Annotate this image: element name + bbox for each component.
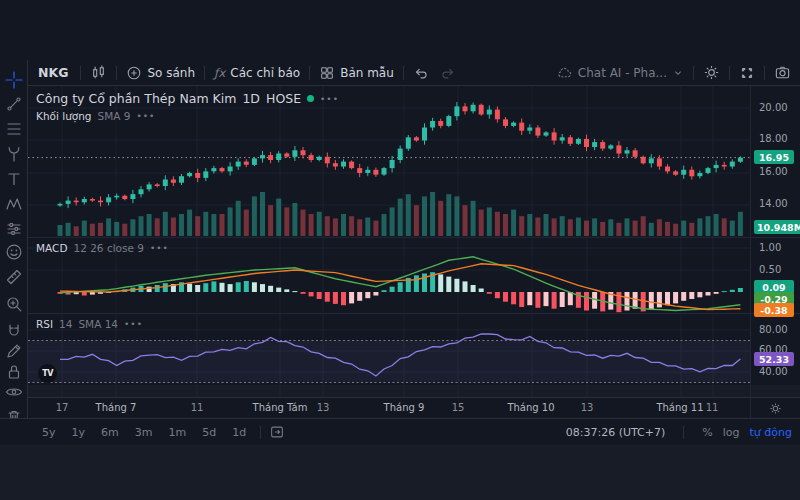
undo-icon <box>413 65 429 81</box>
compare-label: So sánh <box>147 66 195 80</box>
interval-candles-button[interactable] <box>81 60 116 85</box>
time-axis[interactable]: 17Tháng 711Tháng Tám13Tháng 915Tháng 101… <box>28 397 750 418</box>
legend-more-icon[interactable]: ••• <box>124 319 143 329</box>
macd-signal-badge: -0.38 <box>754 303 794 317</box>
symbol-button[interactable]: NKG <box>28 60 80 85</box>
rsi-tick: 80.00 <box>759 324 788 335</box>
clock[interactable]: 08:37:26 (UTC+7) <box>566 426 666 439</box>
volume-sma-label: SMA 9 <box>98 110 131 122</box>
last-price-badge: 16.95 <box>754 150 794 164</box>
time-label: 13 <box>317 402 330 413</box>
indicators-label: Các chỉ báo <box>230 66 300 80</box>
range-6m[interactable]: 6m <box>95 424 125 441</box>
patterns-tool[interactable] <box>5 220 23 238</box>
axis-settings-corner[interactable] <box>750 397 800 418</box>
text-tool[interactable] <box>5 170 23 188</box>
text-icon <box>5 170 23 188</box>
drawing-toolbar <box>0 60 28 418</box>
price-tick: 20.00 <box>759 102 788 113</box>
legend-more-icon[interactable]: ••• <box>150 243 169 253</box>
range-1m[interactable]: 1m <box>162 424 192 441</box>
redo-icon <box>440 65 456 81</box>
price-axis-column[interactable]: 20.0018.0016.0014.0016.9510.948M1.000.50… <box>750 86 800 397</box>
gear-icon <box>703 64 720 81</box>
time-label: Tháng 11 <box>656 402 703 413</box>
fullscreen-button[interactable] <box>730 65 764 81</box>
time-label: 11 <box>191 402 204 413</box>
snapshot-button[interactable] <box>765 64 800 81</box>
time-label: Tháng 7 <box>96 402 137 413</box>
zoom-tool[interactable] <box>5 295 23 313</box>
auto-scale-button[interactable]: tự động <box>750 426 792 439</box>
macd-legend[interactable]: MACD 12 26 close 9 ••• <box>36 242 169 254</box>
templates-button[interactable]: Bản mẫu <box>310 60 403 85</box>
camera-icon <box>774 64 791 81</box>
volume-badge: 10.948M <box>754 220 800 234</box>
magnet-icon <box>5 323 23 341</box>
fib-tool[interactable] <box>5 120 23 138</box>
plus-circle-icon <box>126 65 142 81</box>
fx-icon: ƒx <box>214 66 225 80</box>
rsi-params: 14 <box>59 318 72 330</box>
emoji-tool[interactable] <box>5 243 23 261</box>
range-1y[interactable]: 1y <box>66 424 92 441</box>
pitchfork-tool[interactable] <box>5 145 23 163</box>
crosshair-tool[interactable] <box>5 71 23 89</box>
macd-params: 12 26 close 9 <box>73 242 143 254</box>
chart-legend[interactable]: Công ty Cổ phần Thép Nam Kim 1D HOSE ••• <box>36 91 339 106</box>
top-toolbar: NKG So sánh ƒx Các chỉ báo Bản mẫu Chat … <box>28 60 800 86</box>
symbol-title: Công ty Cổ phần Thép Nam Kim <box>36 91 236 106</box>
tradingview-logo[interactable]: TV <box>38 364 57 383</box>
goto-date-button[interactable] <box>269 424 285 440</box>
range-3m[interactable]: 3m <box>129 424 159 441</box>
price-tick: 18.00 <box>759 133 788 144</box>
price-pane[interactable] <box>28 86 750 237</box>
trend-tool[interactable] <box>5 95 23 113</box>
fib-icon <box>5 120 23 138</box>
xabcd-tool[interactable] <box>5 195 23 213</box>
rsi-sma-label: SMA 14 <box>78 318 118 330</box>
exchange-label: HOSE <box>266 91 301 106</box>
time-label: 13 <box>581 402 594 413</box>
redo-button[interactable] <box>438 60 465 85</box>
settings-button[interactable] <box>694 64 729 81</box>
time-label: Tháng 10 <box>507 402 554 413</box>
market-status-dot <box>307 95 314 102</box>
range-5d[interactable]: 5d <box>196 424 222 441</box>
ruler-tool[interactable] <box>5 268 23 286</box>
indicators-button[interactable]: ƒx Các chỉ báo <box>205 60 309 85</box>
undo-button[interactable] <box>404 60 438 85</box>
log-scale-button[interactable]: log <box>723 426 740 439</box>
rsi-legend[interactable]: RSI 14 SMA 14 ••• <box>36 318 143 330</box>
eye-tool[interactable] <box>5 383 23 401</box>
time-label: 17 <box>56 402 69 413</box>
macd-tick: 1.00 <box>759 242 781 253</box>
volume-legend[interactable]: Khối lượng SMA 9 ••• <box>36 110 155 122</box>
toolbar-separator <box>683 426 684 439</box>
volume-label: Khối lượng <box>36 110 92 122</box>
chat-ai-dropdown[interactable]: Chat AI - Pha... <box>547 64 693 81</box>
legend-more-icon[interactable]: ••• <box>136 111 155 121</box>
range-1d[interactable]: 1d <box>226 424 252 441</box>
calendar-goto-icon <box>269 424 285 440</box>
interval-label: 1D <box>242 91 260 106</box>
eye-icon <box>5 383 23 401</box>
lock-icon <box>5 363 23 381</box>
range-5y[interactable]: 5y <box>36 424 62 441</box>
draw-tool[interactable] <box>5 342 23 360</box>
time-label: Tháng 9 <box>384 402 425 413</box>
crosshair-icon <box>5 71 23 89</box>
chat-ai-label: Chat AI - Pha... <box>578 66 667 80</box>
percent-scale-button[interactable]: % <box>702 426 712 439</box>
time-label: 15 <box>452 402 465 413</box>
compare-button[interactable]: So sánh <box>117 60 204 85</box>
draw-icon <box>5 342 23 360</box>
pitchfork-icon <box>5 145 23 163</box>
trend-icon <box>5 95 23 113</box>
bottom-toolbar: 5y1y6m3m1m5d1d 08:37:26 (UTC+7) % log tự… <box>0 418 800 445</box>
legend-more-icon[interactable]: ••• <box>320 94 339 104</box>
lock-tool[interactable] <box>5 363 23 381</box>
chevron-down-icon <box>672 67 684 79</box>
fullscreen-icon <box>739 65 755 81</box>
magnet-tool[interactable] <box>5 323 23 341</box>
